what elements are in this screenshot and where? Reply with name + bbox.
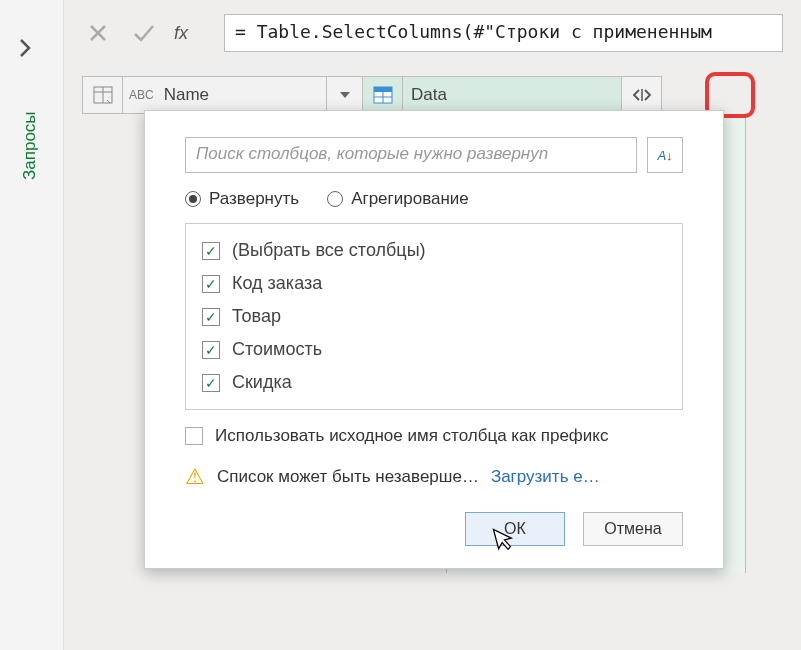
item-label: Скидка xyxy=(232,372,292,393)
expand-column-button[interactable] xyxy=(621,77,661,113)
prefix-label: Использовать исходное имя столбца как пр… xyxy=(215,426,608,446)
queries-sidebar: Запросы xyxy=(0,0,64,650)
main-area: fx = Table.SelectColumns(#"Строки с прим… xyxy=(64,0,801,650)
fx-icon[interactable]: fx xyxy=(174,23,210,44)
warning-icon: ⚠ xyxy=(185,464,205,490)
radio-aggregate[interactable]: Агрегирование xyxy=(327,189,469,209)
radio-expand-label: Развернуть xyxy=(209,189,299,209)
queries-label[interactable]: Запросы xyxy=(20,111,40,180)
cancel-formula-icon[interactable] xyxy=(82,17,114,49)
sort-az-button[interactable]: A↓ xyxy=(647,137,683,173)
column-name-label: Name xyxy=(156,85,326,105)
check-item[interactable]: ✓ Код заказа xyxy=(198,267,670,300)
svg-rect-4 xyxy=(374,87,392,92)
column-data-label: Data xyxy=(403,85,621,105)
filter-dropdown-icon[interactable] xyxy=(326,77,362,113)
checkbox-icon: ✓ xyxy=(202,275,220,293)
warning-row: ⚠ Список может быть незаверше… Загрузить… xyxy=(185,464,683,490)
prefix-checkbox-row[interactable]: Использовать исходное имя столбца как пр… xyxy=(185,426,683,446)
radio-icon xyxy=(327,191,343,207)
ok-button[interactable]: ОК xyxy=(465,512,565,546)
column-header-name[interactable]: ABC Name xyxy=(82,76,362,114)
check-select-all[interactable]: ✓ (Выбрать все столбцы) xyxy=(198,234,670,267)
radio-expand[interactable]: Развернуть xyxy=(185,189,299,209)
formula-bar: fx = Table.SelectColumns(#"Строки с прим… xyxy=(64,14,801,62)
radio-icon xyxy=(185,191,201,207)
search-input[interactable]: Поиск столбцов, которые нужно развернуп xyxy=(185,137,637,173)
formula-input[interactable]: = Table.SelectColumns(#"Строки с примене… xyxy=(224,14,783,52)
column-header-data[interactable]: Data xyxy=(362,76,662,114)
item-label: Код заказа xyxy=(232,273,322,294)
checkbox-icon xyxy=(185,427,203,445)
column-checklist: ✓ (Выбрать все столбцы) ✓ Код заказа ✓ Т… xyxy=(185,223,683,410)
type-text-icon: ABC xyxy=(123,88,156,102)
accept-formula-icon[interactable] xyxy=(128,17,160,49)
item-label: Товар xyxy=(232,306,281,327)
expand-sidebar-icon[interactable] xyxy=(18,38,32,58)
checkbox-icon: ✓ xyxy=(202,308,220,326)
expand-popup: Поиск столбцов, которые нужно развернуп … xyxy=(144,110,724,569)
table-type-icon[interactable] xyxy=(363,77,403,113)
warning-text: Список может быть незаверше… xyxy=(217,467,479,487)
select-all-label: (Выбрать все столбцы) xyxy=(232,240,426,261)
check-item[interactable]: ✓ Товар xyxy=(198,300,670,333)
item-label: Стоимость xyxy=(232,339,322,360)
check-item[interactable]: ✓ Скидка xyxy=(198,366,670,399)
checkbox-icon: ✓ xyxy=(202,374,220,392)
load-more-link[interactable]: Загрузить е… xyxy=(491,467,600,487)
cancel-button[interactable]: Отмена xyxy=(583,512,683,546)
check-item[interactable]: ✓ Стоимость xyxy=(198,333,670,366)
checkbox-icon: ✓ xyxy=(202,242,220,260)
column-headers: ABC Name Data xyxy=(64,76,801,114)
table-icon[interactable] xyxy=(83,77,123,113)
radio-aggregate-label: Агрегирование xyxy=(351,189,469,209)
checkbox-icon: ✓ xyxy=(202,341,220,359)
